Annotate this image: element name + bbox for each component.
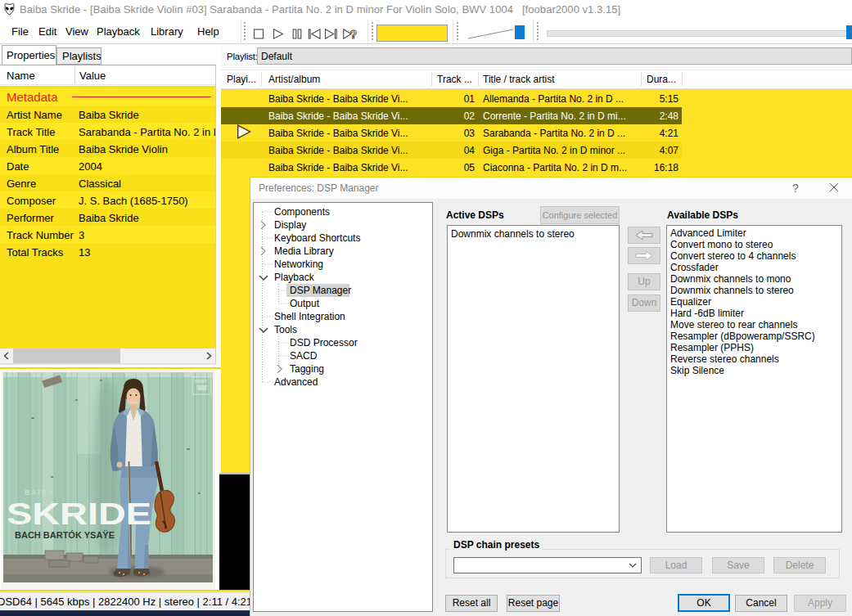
svg-text:BAIBA: BAIBA <box>25 488 55 497</box>
svg-text:SKRIDE: SKRIDE <box>7 497 151 531</box>
svg-text:SONY: SONY <box>195 379 208 384</box>
svg-text:?: ? <box>350 29 358 40</box>
svg-text:BACH BARTÓK YSAŸE: BACH BARTÓK YSAŸE <box>15 530 115 540</box>
